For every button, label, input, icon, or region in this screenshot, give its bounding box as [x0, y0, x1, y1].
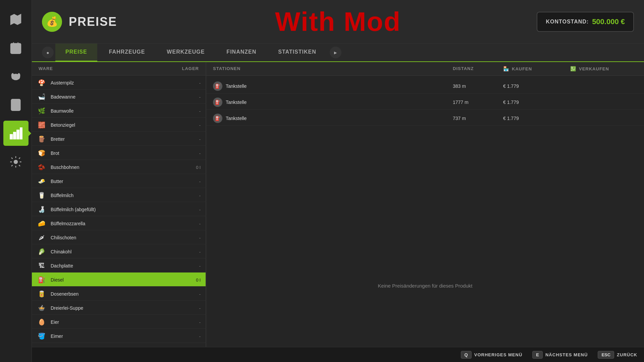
item-value: - — [174, 151, 201, 156]
list-item[interactable]: 🪵 Bretter - — [32, 132, 206, 146]
bottom-action[interactable]: Q VORHERIGES MENÜ — [461, 351, 523, 359]
item-value: - — [174, 95, 201, 100]
item-name: Butter — [49, 179, 174, 184]
distance-cell: 383 m — [453, 83, 503, 89]
item-name: Dosenerbsen — [49, 291, 174, 297]
item-icon: 🍲 — [37, 303, 46, 313]
header: 💰 PREISE With Mod KONTOSTAND: 500.000 € — [32, 0, 644, 44]
item-name: Eier — [49, 319, 174, 325]
list-item[interactable]: 🍶 Büffelmilch (abgefüllt) - — [32, 202, 206, 216]
item-name: Dachplatte — [49, 263, 174, 268]
account-value: 500.000 € — [592, 17, 625, 26]
item-icon: 🧈 — [37, 177, 46, 186]
item-icon: 🍄 — [37, 78, 46, 87]
item-icon: 🥬 — [37, 247, 46, 256]
list-item[interactable]: 🛁 Badewanne - — [32, 89, 206, 104]
item-value: - — [174, 320, 201, 325]
list-item[interactable]: 🥚 Eier - — [32, 315, 206, 329]
action-label: VORHERIGES MENÜ — [474, 352, 523, 357]
list-item[interactable]: 🪣 Eimer - — [32, 329, 206, 343]
item-icon: 🪣 — [37, 331, 46, 341]
sidebar-item-contracts[interactable] — [3, 92, 29, 117]
list-item[interactable]: 🌿 Baumwolle - — [32, 104, 206, 118]
col-verkaufen: 💹 VERKAUFEN — [570, 66, 637, 71]
list-item[interactable]: 🍲 Dreierlei-Suppe - — [32, 301, 206, 315]
list-items: 🍄 Austernpilz - 🛁 Badewanne - 🌿 Baumwoll… — [32, 75, 206, 362]
svg-rect-14 — [10, 134, 12, 139]
item-name: Badewanne — [49, 94, 174, 100]
item-value: - — [174, 249, 201, 254]
detail-rows: ⛽ Tankstelle 383 m € 1.779 ⛽ Tankstelle … — [206, 76, 644, 210]
item-name: Büffelmilch — [49, 193, 174, 198]
item-name: Brot — [49, 150, 174, 156]
tab-werkzeuge[interactable]: WERKZEUGE — [157, 43, 215, 62]
item-icon: 🏗 — [37, 261, 46, 270]
item-icon: 🥚 — [37, 317, 46, 327]
station-cell: ⛽ Tankstelle — [213, 114, 453, 123]
detail-header: STATIONEN DISTANZ 🏪 KAUFEN 💹 VERKAUFEN — [206, 62, 644, 76]
list-item[interactable]: 🍄 Austernpilz - — [32, 75, 206, 89]
detail-panel: STATIONEN DISTANZ 🏪 KAUFEN 💹 VERKAUFEN ⛽… — [206, 62, 644, 362]
bottom-action[interactable]: ESC ZURÜCK — [598, 351, 637, 359]
nav-left-arrow[interactable]: ● — [42, 47, 54, 58]
buy-price: € 1.779 — [503, 100, 570, 105]
item-value: - — [174, 207, 201, 212]
list-header: WARE LAGER — [32, 62, 206, 75]
item-icon: 🌿 — [37, 106, 46, 116]
list-item[interactable]: 🥛 Büffelmilch - — [32, 188, 206, 202]
list-panel: WARE LAGER 🍄 Austernpilz - 🛁 Badewanne -… — [32, 62, 206, 362]
list-item[interactable]: 🌶 Chilischoten - — [32, 230, 206, 244]
list-item[interactable]: 🥫 Dosenerbsen - — [32, 287, 206, 301]
content-area: WARE LAGER 🍄 Austernpilz - 🛁 Badewanne -… — [32, 62, 644, 362]
tab-preise[interactable]: PREISE — [55, 43, 97, 62]
col-distanz: DISTANZ — [453, 66, 503, 71]
action-label: ZURÜCK — [617, 352, 637, 357]
item-name: Buschbohnen — [49, 165, 174, 170]
item-name: Büffelmilch (abgefüllt) — [49, 207, 174, 212]
detail-row[interactable]: ⛽ Tankstelle 737 m € 1.779 — [206, 110, 644, 126]
col-kaufen: 🏪 KAUFEN — [503, 66, 570, 71]
item-value: - — [174, 80, 201, 85]
sidebar-item-map[interactable] — [3, 7, 29, 32]
item-value: - — [174, 334, 201, 339]
svg-rect-10 — [11, 99, 20, 110]
detail-row[interactable]: ⛽ Tankstelle 1777 m € 1.779 — [206, 94, 644, 110]
key-badge: E — [532, 351, 543, 359]
item-icon: 🌶 — [37, 233, 46, 242]
bottom-action[interactable]: E NÄCHSTES MENÜ — [532, 351, 588, 359]
nav-right-arrow[interactable]: ► — [330, 47, 341, 58]
list-item[interactable]: ⛽ Diesel 0 l — [32, 273, 206, 287]
tab-finanzen[interactable]: FINANZEN — [216, 43, 266, 62]
station-icon: ⛽ — [213, 114, 222, 123]
sidebar-item-settings[interactable] — [3, 149, 29, 174]
station-cell: ⛽ Tankstelle — [213, 98, 453, 107]
list-item[interactable]: 🍞 Brot - — [32, 146, 206, 160]
item-icon: 🥛 — [37, 191, 46, 200]
item-name: Betonziegel — [49, 122, 174, 128]
svg-rect-16 — [17, 130, 19, 139]
list-item[interactable]: 🏗 Dachplatte - — [32, 258, 206, 273]
svg-rect-15 — [13, 132, 16, 139]
page-title: PREISE — [69, 15, 117, 29]
station-icon: ⛽ — [213, 81, 222, 91]
tab-fahrzeuge[interactable]: FAHRZEUGE — [99, 43, 155, 62]
station-icon: ⛽ — [213, 98, 222, 107]
sidebar-item-animals[interactable] — [3, 64, 29, 89]
tab-statistiken[interactable]: STATISTIKEN — [268, 43, 326, 62]
svg-rect-17 — [20, 128, 22, 139]
list-item[interactable]: 🧱 Betonziegel - — [32, 118, 206, 132]
list-item[interactable]: 🧀 Büffelmozzarella - — [32, 216, 206, 230]
item-value: 0 l — [174, 165, 201, 170]
list-item[interactable]: 🥬 Chinakohl - — [32, 244, 206, 258]
svg-point-9 — [17, 75, 18, 75]
list-item[interactable]: 🧈 Butter - — [32, 174, 206, 188]
action-label: NÄCHSTES MENÜ — [545, 352, 588, 357]
item-value: - — [174, 235, 201, 240]
sidebar-item-calendar[interactable]: 15 — [3, 35, 29, 60]
sidebar-item-prices[interactable] — [3, 121, 29, 146]
item-value: - — [174, 292, 201, 297]
bottom-bar: Q VORHERIGES MENÜ E NÄCHSTES MENÜ ESC ZU… — [32, 347, 644, 362]
detail-row[interactable]: ⛽ Tankstelle 383 m € 1.779 — [206, 77, 644, 94]
item-name: Diesel — [49, 277, 174, 283]
list-item[interactable]: 🫘 Buschbohnen 0 l — [32, 160, 206, 174]
